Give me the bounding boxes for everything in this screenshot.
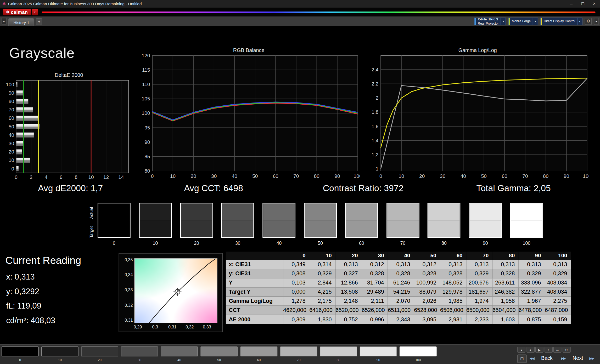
table-row-label: CCT: [226, 306, 283, 315]
axis-tick-label: 10: [9, 157, 14, 163]
back-button[interactable]: Back: [541, 355, 553, 361]
source-dropdown-caret[interactable]: ▾: [533, 18, 538, 25]
table-cell: 0,329: [466, 269, 492, 278]
swatch-actual: [511, 203, 542, 220]
calman-logo[interactable]: ✽ calman: [3, 9, 31, 15]
table-cell: 0,314: [309, 260, 335, 269]
swatch-level-label: 90: [469, 241, 502, 246]
table-col-header: 30: [362, 252, 388, 260]
swatch-actual: [140, 203, 171, 220]
toolbar-level-label: 90: [360, 358, 397, 362]
toolbar-level-label: 60: [240, 358, 277, 362]
toolbar-level-label: 50: [200, 358, 238, 362]
device-controls: X-Rite i1Pro 3 Rear Projector ▾ Mobile F…: [474, 18, 599, 25]
maximize-button[interactable]: □: [577, 0, 588, 8]
continuous-icon[interactable]: ∞: [553, 347, 562, 352]
stop-button[interactable]: □: [517, 355, 526, 363]
axis-tick-label: 90: [334, 173, 340, 179]
deltae-chart-title: DeltaE 2000: [5, 72, 133, 78]
axis-tick-label: 20: [9, 149, 14, 155]
reading-cdm2: cd/m²: 408,03: [6, 316, 55, 325]
reset-icon[interactable]: ↻: [562, 347, 570, 352]
cie-ytick-label: 0,32: [121, 303, 133, 308]
toolbar-level-button-30[interactable]: [121, 346, 158, 356]
table-cell: 6500,000: [466, 306, 492, 315]
eject-icon[interactable]: ▴: [517, 347, 525, 352]
table-cell: 1,278: [283, 296, 309, 305]
axis-tick-label: 30: [211, 173, 217, 179]
toolbar-level-button-70[interactable]: [280, 346, 317, 356]
axis-tick-label: 2,2: [372, 81, 378, 87]
cie-locus-overlay: [135, 259, 217, 323]
next-button[interactable]: Next: [573, 355, 583, 361]
table-cell: 2,148: [335, 296, 362, 305]
history-panel-toggle[interactable]: ▸: [2, 18, 7, 25]
display-control-selector[interactable]: Direct Display Control ▾: [540, 18, 582, 25]
toolbar-level-button-20[interactable]: [81, 346, 118, 356]
table-cell: 0,308: [283, 269, 309, 278]
table-col-header: 70: [466, 252, 492, 260]
table-cell: 0,329: [545, 269, 571, 278]
meter-dropdown-caret[interactable]: ▾: [501, 18, 506, 25]
source-selector[interactable]: Mobile Forge ▾: [508, 18, 538, 25]
table-cell: 2,844: [309, 278, 335, 287]
settings-gear-button[interactable]: ⚙: [585, 18, 592, 25]
deltae-bar-60: [16, 116, 38, 121]
axis-tick-label: 2: [376, 95, 379, 101]
swatch-target: [511, 220, 542, 237]
toolbar-level-button-0[interactable]: [2, 346, 39, 356]
table-cell: 31,704: [362, 278, 388, 287]
axis-tick-label: 30: [440, 173, 445, 179]
toolbar-level-label: 70: [280, 358, 317, 362]
cie-xtick-label: 0,31: [166, 325, 179, 329]
table-cell: 4620,000: [283, 306, 309, 315]
add-tab-button[interactable]: +: [36, 18, 42, 24]
axis-tick-label: 120: [142, 53, 150, 58]
logo-bar: ✽ calman ▾: [0, 8, 600, 16]
swatch-actual: [305, 203, 336, 220]
table-cell: 0,752: [335, 315, 362, 324]
grayscale-swatch-80: [428, 203, 461, 238]
table-col-header: 20: [335, 252, 362, 260]
meter-selector[interactable]: X-Rite i1Pro 3 Rear Projector ▾: [474, 18, 506, 25]
axis-tick-label: 70: [9, 107, 14, 112]
display-dropdown-caret[interactable]: ▾: [577, 18, 582, 25]
total-gamma-stat: Total Gamma: 2,05: [476, 183, 551, 194]
swatch-actual: [98, 203, 130, 220]
display-control-name: Direct Display Control: [544, 19, 575, 23]
table-cell: 6506,000: [440, 306, 466, 315]
toolbar-level-button-50[interactable]: [200, 346, 238, 356]
close-button[interactable]: ×: [588, 0, 600, 8]
table-cell: 13,508: [335, 287, 362, 296]
back-icon[interactable]: ◀◀: [530, 356, 534, 360]
minimize-button[interactable]: –: [566, 0, 577, 8]
table-cell: 29,489: [362, 287, 388, 296]
table-cell: 2,343: [388, 315, 414, 324]
table-cell: 2,931: [440, 315, 466, 324]
tab-history-1[interactable]: History 1: [8, 18, 34, 26]
next-icon[interactable]: ▶▶: [561, 356, 565, 360]
toolbar-level-button-10[interactable]: [41, 346, 78, 356]
bottom-toolbar: 0102030405060708090100 ▴●▶♪∞↻ □ ◀◀ Back …: [0, 344, 600, 364]
toolbar-level-button-40[interactable]: [161, 346, 198, 356]
table-cell: 0,312: [362, 260, 388, 269]
tone-icon[interactable]: ♪: [544, 347, 552, 352]
toolbar-level-button-80[interactable]: [320, 346, 357, 356]
table-cell: 2,026: [414, 296, 440, 305]
swatch-level-label: 80: [428, 241, 461, 246]
record-icon[interactable]: ●: [526, 347, 535, 352]
reading-fl: fL: 119,09: [6, 301, 41, 310]
play-icon[interactable]: ▶: [535, 347, 543, 352]
axis-tick-label: 100: [142, 110, 150, 116]
toolbar-level-button-90[interactable]: [360, 346, 397, 356]
main-menu-button[interactable]: ▾: [32, 9, 38, 15]
table-cell: 0,328: [440, 269, 466, 278]
skip-icon[interactable]: ▶▶: [589, 356, 594, 360]
table-cell: 0,313: [466, 260, 492, 269]
collapse-panel-button[interactable]: ◂: [594, 18, 599, 25]
toolbar-level-button-60[interactable]: [240, 346, 277, 356]
toolbar-level-button-100[interactable]: [400, 346, 437, 356]
axis-tick-label: 80: [314, 173, 319, 179]
deltae-bar-10: [16, 158, 30, 163]
table-cell: 1,603: [492, 315, 519, 324]
